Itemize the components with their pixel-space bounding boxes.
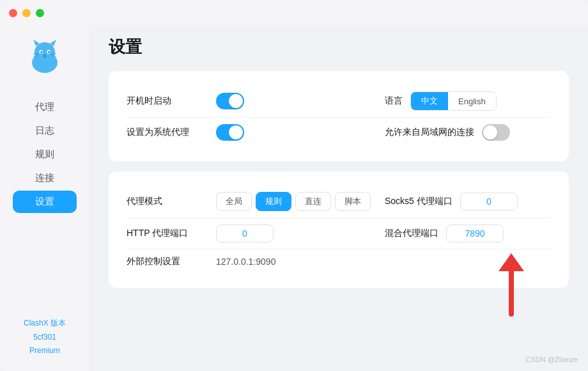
language-label: 语言 — [385, 95, 403, 107]
proxy-mode-label: 代理模式 — [127, 196, 216, 207]
autostart-slider — [216, 93, 244, 109]
proxy-mode-buttons: 全局 规则 直连 脚本 — [216, 192, 385, 211]
autostart-toggle-area — [216, 93, 385, 109]
http-port-control — [216, 225, 385, 242]
lang-english-button[interactable]: English — [448, 92, 496, 110]
version-label: ClashX 版本 — [24, 317, 66, 331]
proxy-mode-row: 代理模式 全局 规则 直连 脚本 Socks5 代理端口 — [127, 186, 551, 217]
svg-point-1 — [35, 42, 55, 63]
svg-marker-14 — [499, 253, 524, 271]
sidebar: 代理 日志 规则 连接 设置 ClashX 版本 5cf301 Premium — [0, 0, 89, 371]
arrow-annotation — [486, 253, 537, 320]
socks5-port-input[interactable] — [460, 193, 518, 210]
sidebar-item-settings[interactable]: 设置 — [13, 191, 77, 213]
autostart-toggle[interactable] — [216, 93, 244, 109]
http-port-label: HTTP 代理端口 — [127, 228, 216, 239]
socks5-port-control: Socks5 代理端口 — [385, 193, 551, 210]
close-button[interactable] — [9, 9, 17, 17]
logo-area — [24, 37, 65, 81]
svg-point-7 — [48, 51, 49, 54]
mixed-port-input[interactable] — [446, 225, 504, 242]
page-title: 设置 — [109, 36, 569, 58]
sidebar-item-connections[interactable]: 连接 — [13, 167, 77, 189]
mode-global-button[interactable]: 全局 — [216, 192, 252, 211]
edition-label: Premium — [24, 344, 66, 358]
lan-connection-toggle[interactable] — [482, 124, 510, 141]
watermark: CSDN @Ztianze — [526, 356, 578, 363]
app-logo — [24, 37, 65, 78]
system-proxy-label: 设置为系统代理 — [127, 127, 216, 138]
title-bar — [0, 0, 588, 26]
system-proxy-slider — [216, 124, 244, 141]
external-control-label: 外部控制设置 — [127, 256, 216, 267]
general-settings-card: 开机时启动 语言 中文 English 设置为系统代理 — [109, 71, 569, 161]
system-proxy-toggle[interactable] — [216, 124, 244, 141]
http-port-input[interactable] — [216, 225, 274, 242]
lan-connection-label: 允许来自局域网的连接 — [385, 127, 474, 138]
language-control: 语言 中文 English — [385, 91, 551, 111]
autostart-row: 开机时启动 语言 中文 English — [127, 85, 551, 117]
socks5-port-label: Socks5 代理端口 — [385, 196, 453, 207]
lan-connection-slider — [482, 124, 510, 141]
mixed-port-control: 混合代理端口 — [385, 225, 551, 242]
svg-point-6 — [40, 51, 42, 54]
sidebar-item-rules[interactable]: 规则 — [13, 143, 77, 166]
system-proxy-toggle-area — [216, 124, 385, 141]
autostart-label: 开机时启动 — [127, 95, 216, 107]
sidebar-item-proxy[interactable]: 代理 — [13, 96, 77, 118]
http-port-row: HTTP 代理端口 混合代理端口 — [127, 217, 551, 249]
minimize-button[interactable] — [22, 9, 31, 17]
maximize-button[interactable] — [36, 9, 44, 17]
svg-point-8 — [44, 54, 46, 56]
version-hash: 5cf301 — [24, 331, 66, 345]
lang-chinese-button[interactable]: 中文 — [411, 92, 448, 110]
sidebar-item-log[interactable]: 日志 — [13, 120, 77, 142]
system-proxy-row: 设置为系统代理 允许来自局域网的连接 — [127, 117, 551, 147]
mode-direct-button[interactable]: 直连 — [295, 192, 331, 211]
mode-script-button[interactable]: 脚本 — [335, 192, 371, 211]
mode-rules-button[interactable]: 规则 — [256, 192, 291, 211]
main-content: 设置 开机时启动 语言 中文 English 设置为系统代理 — [89, 0, 588, 371]
mixed-port-label: 混合代理端口 — [385, 228, 438, 239]
arrow-icon — [486, 253, 537, 317]
lan-connection-control: 允许来自局域网的连接 — [385, 124, 551, 141]
language-button-group: 中文 English — [410, 91, 497, 111]
sidebar-footer: ClashX 版本 5cf301 Premium — [24, 317, 66, 371]
